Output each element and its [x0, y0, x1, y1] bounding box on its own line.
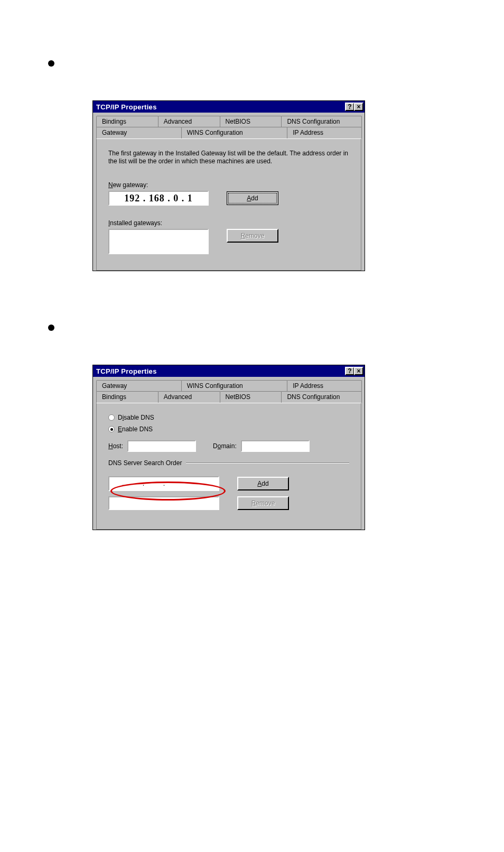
domain-input[interactable]: [241, 440, 310, 452]
panel-body: Gateway WINS Configuration IP Address Bi…: [93, 377, 365, 530]
add-button[interactable]: AddAdd: [227, 191, 278, 205]
bullet-1: [48, 60, 54, 67]
dns-ip-input[interactable]: ... . . .: [108, 476, 219, 491]
tcpip-properties-dialog-gateway: TCP/IP Properties ? × Bindings Advanced …: [92, 100, 365, 271]
help-icon[interactable]: ?: [345, 103, 354, 111]
domain-label: Domain:Domain:: [213, 442, 237, 450]
tab-ip-address[interactable]: IP Address: [287, 127, 362, 138]
host-label: Host:Host:: [108, 442, 123, 450]
dns-search-order-label: DNS Server Search Order: [108, 459, 349, 467]
remove-button: RemoveRemove: [237, 496, 289, 510]
disable-dns-radio[interactable]: Disable DNSDisable DNS: [108, 414, 349, 421]
tab-ip-address[interactable]: IP Address: [287, 380, 362, 392]
gateway-description: The first gateway in the Installed Gatew…: [108, 150, 349, 165]
new-gateway-input[interactable]: 192 . 168 . 0 . 1: [108, 191, 209, 206]
installed-gateways-group: Installed gateways:Installed gateways: R…: [108, 219, 349, 254]
panel-body: Bindings Advanced NetBIOS DNS Configurat…: [93, 113, 365, 271]
tab-wins-config[interactable]: WINS Configuration: [181, 380, 288, 392]
add-button[interactable]: AddAdd: [237, 477, 289, 490]
tab-netbios[interactable]: NetBIOS: [220, 391, 282, 403]
radio-icon: [108, 414, 115, 421]
titlebar-buttons: ? ×: [346, 367, 363, 375]
tab-content: The first gateway in the Installed Gatew…: [96, 138, 361, 271]
tab-content: Disable DNSDisable DNS Enable DNSEnable …: [96, 403, 361, 530]
tab-bindings[interactable]: Bindings: [96, 391, 158, 403]
close-icon[interactable]: ×: [354, 367, 363, 375]
tcpip-properties-dialog-dns: TCP/IP Properties ? × Gateway WINS Confi…: [92, 365, 365, 530]
tab-bindings[interactable]: Bindings: [96, 116, 158, 127]
new-gateway-label: NNew gateway:ew gateway:: [108, 181, 349, 189]
tab-gateway[interactable]: Gateway: [96, 127, 182, 138]
installed-gateways-label: Installed gateways:Installed gateways:: [108, 219, 349, 227]
tabs-row-back: Bindings Advanced NetBIOS DNS Configurat…: [96, 116, 361, 127]
dns-ip-row: ... . . . AddAdd: [108, 476, 349, 491]
new-gateway-row: 192 . 168 . 0 . 1 AddAdd: [108, 191, 349, 206]
tab-dns-config[interactable]: DNS Configuration: [281, 391, 362, 403]
tab-gateway[interactable]: Gateway: [96, 380, 182, 392]
radio-icon: [108, 426, 115, 432]
dns-server-listbox[interactable]: [108, 496, 219, 510]
host-domain-row: Host:Host: Domain:Domain:: [108, 440, 349, 452]
tab-netbios[interactable]: NetBIOS: [220, 116, 282, 127]
tabs-row-front: Gateway WINS Configuration IP Address: [96, 127, 361, 138]
tab-dns-config[interactable]: DNS Configuration: [281, 116, 362, 127]
tab-advanced[interactable]: Advanced: [158, 391, 220, 403]
close-icon[interactable]: ×: [354, 103, 363, 111]
window-title: TCP/IP Properties: [96, 367, 157, 375]
remove-button: RemoveRemove: [227, 229, 278, 243]
titlebar: TCP/IP Properties ? ×: [93, 101, 365, 113]
dns-list-row: RemoveRemove: [108, 496, 349, 510]
tab-advanced[interactable]: Advanced: [158, 116, 220, 127]
tabs-row-back: Gateway WINS Configuration IP Address: [96, 380, 361, 392]
titlebar-buttons: ? ×: [346, 103, 363, 111]
titlebar: TCP/IP Properties ? ×: [93, 365, 365, 377]
installed-gateways-listbox[interactable]: [108, 229, 209, 254]
tab-wins-config[interactable]: WINS Configuration: [181, 127, 288, 138]
window-title: TCP/IP Properties: [96, 103, 157, 111]
help-icon[interactable]: ?: [345, 367, 354, 375]
enable-dns-radio[interactable]: Enable DNSEnable DNS: [108, 425, 349, 433]
tabs-row-front: Bindings Advanced NetBIOS DNS Configurat…: [96, 391, 361, 403]
host-input[interactable]: [127, 440, 196, 452]
bullet-2: [48, 325, 54, 331]
